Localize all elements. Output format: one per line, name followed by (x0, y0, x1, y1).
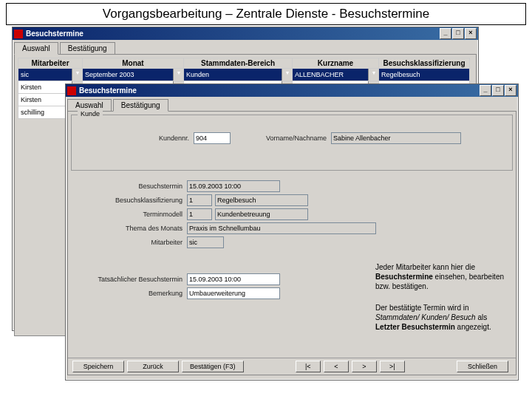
label-vorname: Vorname/Nachname (231, 134, 327, 142)
table-row[interactable]: sic▾September 2003▾Kunden▾ALLENBACHER▾Re… (18, 69, 470, 81)
minimize-button[interactable]: _ (480, 85, 491, 96)
window-detail: Besuchstermine _ □ × Auswahl Bestätigung… (65, 83, 519, 381)
field-vorname: Sabine Allenbacher (331, 132, 461, 144)
dropdown-icon[interactable]: ▾ (173, 69, 183, 81)
field-tats[interactable]: 15.09.2003 10:00 (187, 273, 280, 285)
field-klass-t: Regelbesuch (215, 194, 308, 206)
save-button[interactable]: Speichern (72, 361, 124, 372)
field-thema: Praxis im Schnellumbau (187, 222, 376, 234)
button-row: Speichern Zurück Bestätigen (F3) |< < > … (68, 358, 516, 375)
nav-prev[interactable]: < (324, 361, 349, 372)
label-klass: Besuchsklassifizierung (83, 197, 183, 204)
app-icon (67, 86, 76, 95)
dropdown-icon[interactable]: ▾ (282, 69, 292, 81)
label-thema: Thema des Monats (83, 225, 183, 232)
window-title: Besuchstermine (79, 86, 137, 95)
tab-bestaetigung[interactable]: Bestätigung (113, 99, 168, 112)
col-mitarbeiter[interactable]: Mitarbeiter (18, 58, 83, 69)
window-title: Besuchstermine (26, 30, 83, 38)
label-kundennr: Kundennr. (89, 134, 189, 142)
dropdown-icon[interactable]: ▾ (72, 69, 82, 81)
dropdown-icon[interactable]: ▾ (368, 69, 378, 81)
page-title: Vorgangsbearbeitung – Zentrale Dienste -… (6, 3, 526, 25)
field-kundennr[interactable]: 904 (194, 132, 231, 144)
app-icon (14, 30, 23, 38)
tab-bestaetigung[interactable]: Bestätigung (60, 42, 115, 55)
col-monat[interactable]: Monat (83, 58, 184, 69)
field-modell-n: 1 (187, 208, 212, 220)
back-button[interactable]: Zurück (127, 361, 179, 372)
field-modell-t: Kundenbetreuung (215, 208, 308, 220)
minimize-button[interactable]: _ (440, 28, 451, 39)
confirm-button[interactable]: Bestätigen (F3) (182, 361, 244, 372)
col-kurzname[interactable]: Kurzname (293, 58, 379, 69)
col-bereich[interactable]: Stammdaten-Bereich (184, 58, 293, 69)
label-mitarbeiter: Mitarbeiter (83, 239, 183, 246)
field-bem[interactable]: Umbauerweiterung (187, 287, 280, 299)
close-button[interactable]: × (505, 85, 516, 96)
nav-next[interactable]: > (352, 361, 377, 372)
field-klass-n: 1 (187, 194, 212, 206)
nav-last[interactable]: >| (380, 361, 405, 372)
label-tats: Tatsächlicher Besuchstermin (83, 276, 183, 283)
label-modell: Terminmodell (83, 211, 183, 218)
field-termin: 15.09.2003 10:00 (187, 180, 280, 192)
field-mitarbeiter: sic (187, 236, 224, 248)
titlebar-detail[interactable]: Besuchstermine _ □ × (66, 84, 518, 97)
group-kunde-title: Kunde (78, 110, 103, 117)
nav-first[interactable]: |< (296, 361, 321, 372)
note-2: Der bestätigte Termin wird in Stammdaten… (375, 303, 508, 332)
close-button[interactable]: × (465, 28, 477, 39)
tab-auswahl[interactable]: Auswahl (14, 42, 58, 55)
close-button-bottom[interactable]: Schließen (457, 361, 508, 372)
label-termin: Besuchstermin (83, 183, 183, 190)
note-1: Jeder Mitarbeiter kann hier die Besuchst… (375, 262, 508, 291)
titlebar-list[interactable]: Besuchstermine _ □ × (13, 27, 478, 40)
col-klass[interactable]: Besuchsklassifizierung (379, 58, 470, 69)
maximize-button[interactable]: □ (452, 28, 464, 39)
label-bem: Bemerkung (83, 290, 183, 297)
maximize-button[interactable]: □ (492, 85, 504, 96)
